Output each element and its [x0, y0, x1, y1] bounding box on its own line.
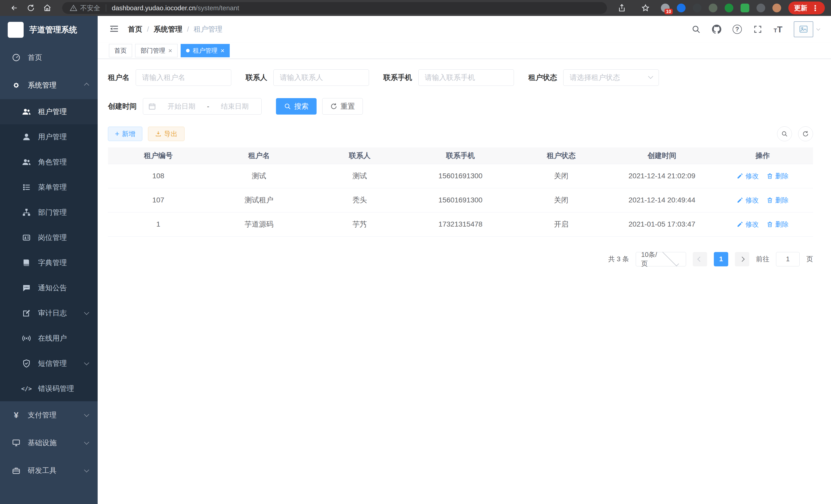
fullscreen-icon[interactable]: [753, 25, 763, 34]
page-number-1[interactable]: 1: [714, 252, 728, 266]
sidebar-item-system[interactable]: 系统管理: [0, 71, 98, 99]
update-label: 更新: [794, 4, 807, 12]
add-button[interactable]: + 新增: [108, 127, 142, 141]
reset-button[interactable]: 重置: [322, 98, 363, 115]
tab-dept[interactable]: 部门管理 ×: [135, 44, 177, 57]
tab-label: 首页: [114, 47, 127, 55]
table-row: 1 芋道源码 芋艿 17321315478 开启 2021-01-05 17:0…: [108, 212, 813, 236]
delete-label: 删除: [775, 220, 789, 229]
page-size-select[interactable]: 10条/页: [636, 252, 686, 266]
end-date-placeholder: 结束日期: [213, 102, 256, 111]
close-icon[interactable]: ×: [168, 47, 172, 54]
sidebar-item-online-user[interactable]: 在线用户: [0, 326, 98, 351]
font-size-icon[interactable]: TT: [774, 24, 782, 34]
sidebar-item-devtools[interactable]: 研发工具: [0, 457, 98, 484]
delete-link[interactable]: 删除: [767, 172, 789, 181]
tab-home[interactable]: 首页: [109, 44, 132, 57]
url-bar[interactable]: 不安全 dashboard.yudao.iocoder.cn /system/t…: [62, 2, 607, 14]
toggle-search-button[interactable]: [777, 126, 792, 141]
help-icon[interactable]: ?: [733, 25, 742, 34]
contact-input[interactable]: [274, 69, 369, 86]
sidebar-item-user[interactable]: 用户管理: [0, 124, 98, 149]
edit-label: 修改: [745, 172, 759, 181]
sidebar-item-home[interactable]: 首页: [0, 44, 98, 71]
sidebar-item-post[interactable]: 岗位管理: [0, 225, 98, 250]
cell-created: 2021-12-14 21:02:09: [611, 164, 712, 188]
edit-link[interactable]: 修改: [737, 172, 759, 181]
search-icon[interactable]: [691, 25, 701, 34]
refresh-table-button[interactable]: [798, 126, 813, 141]
edit-link[interactable]: 修改: [737, 220, 759, 229]
cell-tenant-id: 1: [108, 212, 209, 236]
search-button[interactable]: 搜索: [276, 98, 317, 115]
col-mobile: 联系手机: [410, 147, 511, 164]
mobile-input[interactable]: [418, 69, 514, 86]
search-icon: [284, 103, 291, 110]
sidebar-item-label: 岗位管理: [38, 233, 67, 242]
sidebar-item-label: 错误码管理: [38, 384, 74, 393]
close-icon[interactable]: ×: [221, 47, 224, 54]
user-avatar-dropdown[interactable]: [794, 21, 820, 37]
sidebar-item-label: 基础设施: [28, 438, 57, 448]
sidebar-item-sms[interactable]: 短信管理: [0, 351, 98, 376]
sidebar-toggle-icon[interactable]: [109, 24, 119, 35]
sidebar-item-audit-log[interactable]: 审计日志: [0, 301, 98, 326]
gear-icon: [11, 81, 21, 90]
chevron-right-icon: [740, 257, 745, 262]
next-page-button[interactable]: [735, 252, 749, 266]
extension-icon-olive[interactable]: [709, 4, 717, 12]
browser-update-button[interactable]: 更新 ⋮: [789, 2, 825, 14]
tab-tenant[interactable]: 租户管理 ×: [181, 44, 230, 57]
sidebar-item-label: 在线用户: [38, 333, 67, 343]
chat-bubble-icon: [22, 284, 31, 292]
back-icon[interactable]: [9, 3, 20, 13]
sidebar-item-menu[interactable]: 菜单管理: [0, 175, 98, 200]
sidebar-item-role[interactable]: 角色管理: [0, 149, 98, 175]
cell-tenant-id: 107: [108, 188, 209, 212]
goto-page-input[interactable]: [776, 252, 800, 266]
extension-icon-dark[interactable]: [693, 4, 701, 12]
sidebar-item-label: 用户管理: [38, 132, 67, 142]
kebab-menu-icon[interactable]: ⋮: [811, 4, 819, 12]
page-header: 首页 / 系统管理 / 租户管理 ? TT: [98, 16, 831, 42]
extension-pin-icon[interactable]: 10: [661, 4, 670, 12]
page-unit-label: 页: [806, 255, 813, 264]
bookmark-star-icon[interactable]: [640, 3, 651, 13]
extension-icon-green-circle[interactable]: [725, 4, 733, 12]
breadcrumb-home[interactable]: 首页: [128, 24, 142, 34]
share-icon[interactable]: [617, 3, 627, 13]
export-button[interactable]: 导出: [148, 127, 184, 141]
home-icon[interactable]: [42, 3, 52, 13]
code-icon: </>: [22, 385, 31, 392]
extension-icon-green-square[interactable]: [741, 4, 749, 12]
list-icon: [22, 183, 31, 191]
extension-icon-blue[interactable]: [677, 4, 686, 12]
sidebar-item-notice[interactable]: 通知公告: [0, 275, 98, 301]
sidebar-item-tenant[interactable]: 租户管理: [0, 99, 98, 124]
delete-link[interactable]: 删除: [767, 196, 789, 205]
breadcrumb-separator: /: [147, 25, 149, 33]
delete-link[interactable]: 删除: [767, 220, 789, 229]
user-icon: [22, 132, 31, 141]
sidebar-item-error-code[interactable]: </> 错误码管理: [0, 376, 98, 401]
contact-label: 联系人: [246, 73, 267, 83]
prev-page-button[interactable]: [693, 252, 707, 266]
tenant-name-input[interactable]: [136, 69, 231, 86]
cell-status: 关闭: [511, 188, 611, 212]
date-range-picker[interactable]: 开始日期 - 结束日期: [143, 98, 262, 115]
security-label: 不安全: [80, 4, 100, 12]
status-select[interactable]: 请选择租户状态: [563, 69, 659, 86]
sidebar-item-label: 研发工具: [28, 466, 57, 475]
sidebar-item-infra[interactable]: 基础设施: [0, 429, 98, 457]
sidebar-item-dict[interactable]: 字典管理: [0, 250, 98, 275]
extensions-puzzle-icon[interactable]: [756, 4, 765, 12]
browser-profile-avatar[interactable]: [772, 4, 781, 12]
edit-link[interactable]: 修改: [737, 196, 759, 205]
sidebar-item-dept[interactable]: 部门管理: [0, 200, 98, 225]
breadcrumb-system[interactable]: 系统管理: [154, 24, 182, 34]
export-button-label: 导出: [164, 129, 177, 139]
sidebar-item-payment[interactable]: ¥ 支付管理: [0, 401, 98, 429]
tenant-table: 租户编号 租户名 联系人 联系手机 租户状态 创建时间 操作 108 测试 测试: [108, 147, 813, 237]
refresh-icon[interactable]: [26, 3, 36, 13]
github-icon[interactable]: [712, 25, 721, 34]
